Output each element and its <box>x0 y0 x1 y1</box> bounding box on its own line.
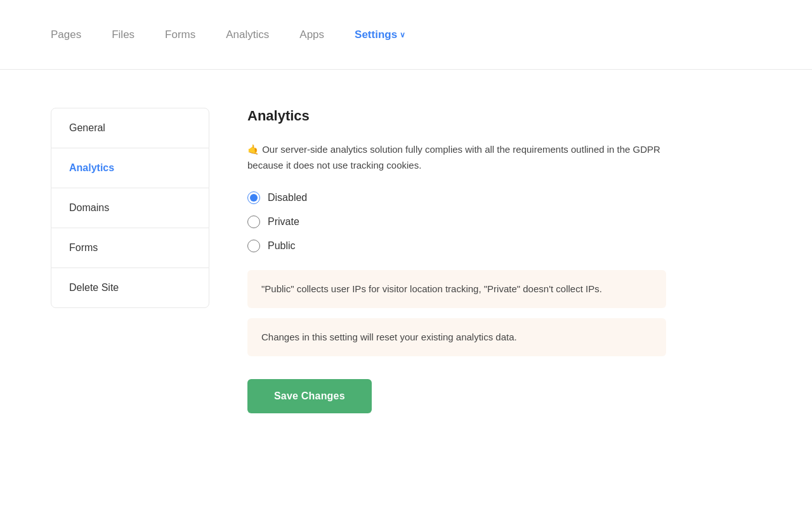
save-changes-button[interactable]: Save Changes <box>247 379 372 413</box>
nav-item-forms[interactable]: Forms <box>165 23 195 46</box>
sidebar-item-forms[interactable]: Forms <box>51 228 209 268</box>
nav-item-apps[interactable]: Apps <box>299 23 324 46</box>
radio-private[interactable] <box>247 216 260 228</box>
description-text: 🤙 Our server-side analytics solution ful… <box>247 142 666 174</box>
radio-public[interactable] <box>247 240 260 252</box>
description-emoji: 🤙 <box>247 144 259 155</box>
radio-option-private[interactable]: Private <box>247 216 666 228</box>
radio-option-public[interactable]: Public <box>247 240 666 252</box>
content-area: Analytics 🤙 Our server-side analytics so… <box>247 108 666 413</box>
nav-item-pages[interactable]: Pages <box>51 23 81 46</box>
nav-item-settings[interactable]: Settings ∨ <box>355 23 405 46</box>
radio-label-private: Private <box>268 216 299 228</box>
description-body: Our server-side analytics solution fully… <box>247 144 660 171</box>
sidebar-item-domains[interactable]: Domains <box>51 188 209 228</box>
nav-item-analytics[interactable]: Analytics <box>226 23 269 46</box>
sidebar-item-delete-site[interactable]: Delete Site <box>51 268 209 307</box>
page-title: Analytics <box>247 108 666 124</box>
radio-option-disabled[interactable]: Disabled <box>247 191 666 204</box>
main-container: General Analytics Domains Forms Delete S… <box>0 70 812 451</box>
radio-disabled[interactable] <box>247 191 260 204</box>
radio-group: Disabled Private Public <box>247 191 666 252</box>
nav-item-files[interactable]: Files <box>112 23 134 46</box>
radio-label-disabled: Disabled <box>268 192 307 203</box>
sidebar: General Analytics Domains Forms Delete S… <box>51 108 209 308</box>
top-nav: Pages Files Forms Analytics Apps Setting… <box>0 0 812 70</box>
chevron-down-icon: ∨ <box>400 30 405 39</box>
sidebar-item-analytics[interactable]: Analytics <box>51 148 209 188</box>
sidebar-item-general[interactable]: General <box>51 108 209 148</box>
radio-label-public: Public <box>268 240 296 252</box>
settings-label: Settings <box>355 29 397 41</box>
info-box-ip-tracking: "Public" collects user IPs for visitor l… <box>247 270 666 308</box>
info-box-reset-warning: Changes in this setting will reset your … <box>247 318 666 356</box>
